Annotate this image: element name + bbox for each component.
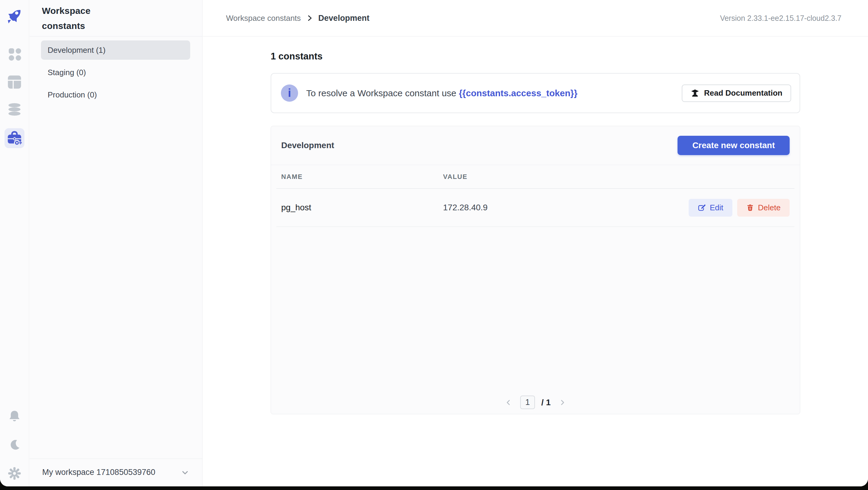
page-total-label: / 1: [541, 398, 551, 407]
column-header-value: VALUE: [443, 173, 467, 181]
card-header: Development Create new constant: [271, 126, 800, 165]
layout-dashboard-icon[interactable]: [4, 72, 24, 92]
page-next-button[interactable]: [557, 397, 568, 408]
create-new-constant-button[interactable]: Create new constant: [678, 136, 789, 155]
environment-list: Development (1) Staging (0) Production (…: [30, 36, 202, 105]
workspace-name: My workspace 1710850539760: [42, 468, 155, 477]
workspace-constants-icon[interactable]: [4, 128, 24, 148]
rocket-logo-icon[interactable]: [4, 6, 24, 26]
constant-token-example: {{constants.access_token}}: [459, 88, 578, 98]
bell-icon[interactable]: [4, 407, 24, 427]
read-documentation-button[interactable]: Read Documentation: [682, 85, 791, 102]
rail-bottom-group: [4, 398, 24, 483]
pagination: 1 / 1: [271, 396, 800, 409]
constants-card: Development Create new constant NAME VAL…: [271, 126, 800, 414]
constant-value-cell: 172.28.40.9: [443, 203, 488, 212]
icon-rail: [0, 0, 29, 486]
edit-pencil-icon: [698, 204, 706, 212]
banner-text: To resolve a Workspace constant use {{co…: [306, 88, 578, 98]
banner-text-prefix: To resolve a Workspace constant use: [306, 88, 459, 98]
edit-button[interactable]: Edit: [689, 199, 733, 217]
main-area: Workspace constants Development Version …: [203, 0, 868, 486]
constants-count-heading: 1 constants: [271, 51, 800, 62]
gear-icon[interactable]: [4, 463, 24, 483]
page-previous-button[interactable]: [503, 397, 514, 408]
sidebar: Workspace constants Development (1) Stag…: [30, 0, 203, 486]
constant-name-cell: pg_host: [281, 203, 443, 212]
column-header-name: NAME: [281, 173, 443, 181]
breadcrumb-parent[interactable]: Workspace constants: [226, 13, 301, 23]
app-window: Workspace constants Development (1) Stag…: [0, 0, 868, 486]
chevron-right-icon: [306, 14, 313, 22]
row-actions: Edit Delete: [689, 199, 789, 217]
version-label: Version 2.33.1-ee2.15.17-cloud2.3.7: [720, 14, 841, 23]
chevron-down-icon: [181, 468, 190, 477]
delete-label: Delete: [758, 203, 781, 212]
database-icon[interactable]: [4, 100, 24, 120]
sidebar-header: Workspace constants: [30, 0, 202, 36]
info-icon: i: [281, 85, 298, 102]
card-title: Development: [281, 141, 334, 150]
sidebar-item-staging[interactable]: Staging (0): [41, 63, 190, 82]
page-number-input[interactable]: 1: [520, 396, 535, 409]
graduation-cap-icon: [690, 89, 700, 98]
apps-grid-icon[interactable]: [4, 44, 24, 64]
content: 1 constants i To resolve a Workspace con…: [203, 51, 868, 414]
main-header: Workspace constants Development Version …: [203, 0, 868, 36]
sidebar-item-production[interactable]: Production (0): [41, 85, 190, 105]
workspace-switcher[interactable]: My workspace 1710850539760: [30, 459, 202, 486]
breadcrumb: Workspace constants Development: [226, 13, 370, 23]
edit-label: Edit: [710, 203, 723, 212]
table-row: pg_host 172.28.40.9 Edit: [276, 189, 795, 227]
table-header: NAME VALUE: [276, 165, 795, 189]
moon-icon[interactable]: [4, 435, 24, 455]
trash-icon: [746, 204, 754, 211]
read-documentation-label: Read Documentation: [704, 88, 782, 98]
breadcrumb-current: Development: [318, 13, 370, 23]
info-banner: i To resolve a Workspace constant use {{…: [271, 73, 800, 113]
page-title: Workspace constants: [42, 3, 111, 33]
delete-button[interactable]: Delete: [737, 199, 789, 217]
sidebar-item-development[interactable]: Development (1): [41, 40, 190, 60]
